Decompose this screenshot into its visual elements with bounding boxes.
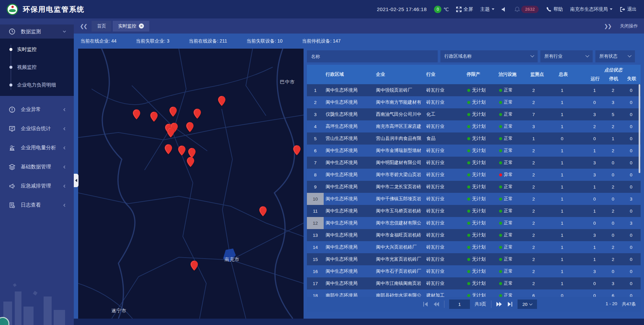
stopped-count-cell: 2 bbox=[604, 145, 622, 157]
tabs-container: 首页实时监控✕ bbox=[92, 21, 151, 32]
map-pin-icon[interactable] bbox=[178, 146, 185, 156]
status-select[interactable]: 所有状态 bbox=[595, 50, 635, 62]
map-pin-icon[interactable] bbox=[191, 261, 198, 271]
column-header-停机: 停机 bbox=[604, 76, 623, 82]
name-search-input[interactable] bbox=[307, 50, 438, 62]
app-root: 环保用电监管系统 2021-02-25 17:46:18 0 ℃ 全屏 主题 2… bbox=[0, 0, 644, 325]
tab-实时监控[interactable]: 实时监控✕ bbox=[113, 21, 149, 32]
sidebar-item-数据监测[interactable]: 数据监测 bbox=[0, 24, 74, 39]
industry-cell: 砖瓦行业 bbox=[424, 193, 465, 205]
tab-首页[interactable]: 首页 bbox=[92, 21, 111, 32]
table-row[interactable]: 4高坪生态环境局南充市高坪区王家店建砖瓦行业无计划正常31220 bbox=[307, 120, 641, 132]
notifications[interactable]: 2632 bbox=[515, 6, 539, 13]
stopped-count-cell: 3 bbox=[604, 277, 622, 289]
sidebar-collapse-handle[interactable] bbox=[74, 174, 78, 187]
monitor-points-cell: 2 bbox=[528, 193, 557, 205]
map-pin-icon[interactable] bbox=[188, 148, 196, 158]
row-number-cell: 15 bbox=[307, 253, 324, 265]
stopped-count-cell: 5 bbox=[604, 108, 622, 120]
page-number-input[interactable] bbox=[449, 300, 470, 309]
table-row[interactable]: 13阆中生态环境局阆中市金福旺页岩机砖砖瓦行业无计划正常21300 bbox=[307, 229, 641, 241]
total-meters-cell: 1 bbox=[557, 193, 585, 205]
sound-button[interactable] bbox=[502, 7, 507, 12]
help-button[interactable]: 帮助 bbox=[546, 6, 563, 12]
map-pin-icon[interactable] bbox=[218, 96, 225, 106]
chevron-down-icon bbox=[585, 54, 589, 57]
prev-page-icon[interactable] bbox=[433, 302, 439, 307]
sidebar-item-企业用电量分析[interactable]: 企业用电量分析 bbox=[0, 138, 74, 157]
close-icon[interactable]: ✕ bbox=[139, 23, 144, 29]
table-row[interactable]: 2阆中生态环境局阆中市南方节能建材有砖瓦行业无计划正常21030 bbox=[307, 96, 641, 108]
table-row[interactable]: 15阆中生态环境局阆中市光富页岩机砖厂砖瓦行业无计划正常21120 bbox=[307, 253, 641, 265]
lost-count-cell: 0 bbox=[622, 181, 640, 193]
sidebar-item-日志查看[interactable]: 日志查看 bbox=[0, 196, 74, 215]
table-row[interactable]: 10阆中生态环境局阆中千佛镇五郎垭页岩砖瓦行业无计划正常21003 bbox=[307, 193, 641, 205]
sidebar-item-基础数据管理[interactable]: 基础数据管理 bbox=[0, 157, 74, 176]
tabs-scroll-right-icon[interactable]: ❯❯ bbox=[604, 23, 611, 29]
status-dot bbox=[467, 137, 470, 140]
table-row[interactable]: 7阆中生态环境局阆中明阳建材有限公司砖瓦行业无计划正常21300 bbox=[307, 157, 641, 169]
close-operations-button[interactable]: 关闭操作 bbox=[620, 23, 638, 29]
tabs-scroll-left-icon[interactable]: ❮❮ bbox=[80, 23, 87, 29]
sidebar-item-应急减排管理[interactable]: 应急减排管理 bbox=[0, 176, 74, 196]
table-row[interactable]: 5营山生态环境局营山县润丰肉食品有限食品无计划正常10010 bbox=[307, 132, 641, 145]
sidebar-subitem-实时监控[interactable]: 实时监控 bbox=[0, 41, 74, 58]
table-row[interactable]: 14阆中生态环境局阆中大兴页岩机砖厂砖瓦行业无计划正常21120 bbox=[307, 241, 641, 253]
table-row[interactable]: 9阆中生态环境局阆中市二龙长宝页岩砖砖瓦行业无计划正常21120 bbox=[307, 181, 641, 193]
map[interactable]: 巴中市南充市遂宁市 bbox=[78, 49, 304, 319]
status-dot bbox=[499, 185, 502, 188]
region-cell: 阆中生态环境局 bbox=[324, 205, 374, 217]
table-row[interactable]: 6阆中生态环境局阆中市金博瑞新型墙材砖瓦行业无计划正常21120 bbox=[307, 145, 641, 157]
table-row[interactable]: 12阆中生态环境局阆中市忠信建材有限公砖瓦行业无计划正常21003 bbox=[307, 217, 641, 229]
running-count-cell: 1 bbox=[585, 253, 604, 265]
running-count-cell: 1 bbox=[585, 241, 604, 253]
region-cell: 阆中生态环境局 bbox=[324, 241, 374, 253]
page-size-select[interactable]: 20 bbox=[518, 300, 537, 309]
log-icon bbox=[9, 202, 15, 209]
industry-cell: 砖瓦行业 bbox=[424, 181, 465, 193]
sidebar-item-企业综合统计[interactable]: 企业综合统计 bbox=[0, 119, 74, 138]
total-meters-cell: 1 bbox=[557, 277, 585, 289]
sidebar-subitem-企业电力负荷明细[interactable]: 企业电力负荷明细 bbox=[0, 76, 74, 94]
table-row[interactable]: 16阆中生态环境局阆中市石子页岩机砖厂砖瓦行业无计划正常21300 bbox=[307, 265, 641, 277]
region-select[interactable]: 行政区域名称 bbox=[440, 50, 538, 62]
map-pin-icon[interactable] bbox=[165, 144, 172, 154]
next-page-icon[interactable] bbox=[496, 302, 502, 307]
first-page-icon[interactable] bbox=[423, 302, 429, 307]
notification-badge: 2632 bbox=[521, 6, 539, 13]
table-row[interactable]: 3仪陇生态环境局西南油气田分公司川中化工无计划正常71350 bbox=[307, 108, 641, 120]
map-pin-icon[interactable] bbox=[169, 107, 177, 117]
sidebar-item-企业异常[interactable]: 企业异常 bbox=[0, 100, 74, 119]
map-pin-icon[interactable] bbox=[167, 127, 174, 138]
status-dot bbox=[467, 282, 470, 285]
map-pin-icon[interactable] bbox=[259, 206, 267, 216]
sidebar-subitem-视频监控[interactable]: 视频监控 bbox=[0, 58, 74, 76]
theme-dropdown[interactable]: 主题 bbox=[480, 6, 494, 12]
table-row[interactable]: 1阆中生态环境局阆中强锐页岩砖厂砖瓦行业无计划正常21120 bbox=[307, 84, 641, 96]
logout-button[interactable]: 退出 bbox=[620, 6, 637, 12]
status-dot bbox=[499, 137, 502, 140]
map-pin-icon[interactable] bbox=[293, 145, 301, 155]
table-row[interactable]: 11阆中生态环境局阆中市五马桥页岩机砖砖瓦行业无计划正常21120 bbox=[307, 205, 641, 217]
map-pin-icon[interactable] bbox=[194, 109, 201, 119]
table-row[interactable]: 17阆中生态环境局阆中市江南镇阆南页岩砖瓦行业无计划正常21030 bbox=[307, 277, 641, 289]
total-meters-cell: 0 bbox=[557, 132, 585, 145]
status-dot bbox=[499, 173, 502, 176]
running-count-cell: 2 bbox=[585, 120, 604, 132]
facility-status-label: 正常 bbox=[504, 232, 513, 238]
table-scrollbar[interactable] bbox=[639, 84, 640, 173]
map-pin-icon[interactable] bbox=[150, 112, 158, 122]
lost-count-cell: 0 bbox=[622, 253, 640, 265]
map-pin-icon[interactable] bbox=[133, 109, 140, 119]
industry-select[interactable]: 所有行业 bbox=[540, 50, 593, 62]
last-page-icon[interactable] bbox=[507, 302, 513, 307]
sidebar-item-label: 数据监测 bbox=[21, 29, 41, 35]
map-pin-icon[interactable] bbox=[187, 157, 194, 167]
map-pin-icon[interactable] bbox=[186, 122, 194, 132]
table-row[interactable]: 8阆中生态环境局阆中市枣碧大梁山页岩砖瓦行业无计划异常21300 bbox=[307, 169, 641, 181]
org-dropdown[interactable]: 南充市生态环境局 bbox=[570, 6, 612, 12]
plan-status-cell: 无计划 bbox=[465, 132, 496, 145]
region-cell: 营山生态环境局 bbox=[324, 132, 374, 145]
fullscreen-button[interactable]: 全屏 bbox=[456, 6, 473, 12]
chevron-left-icon bbox=[62, 127, 66, 131]
